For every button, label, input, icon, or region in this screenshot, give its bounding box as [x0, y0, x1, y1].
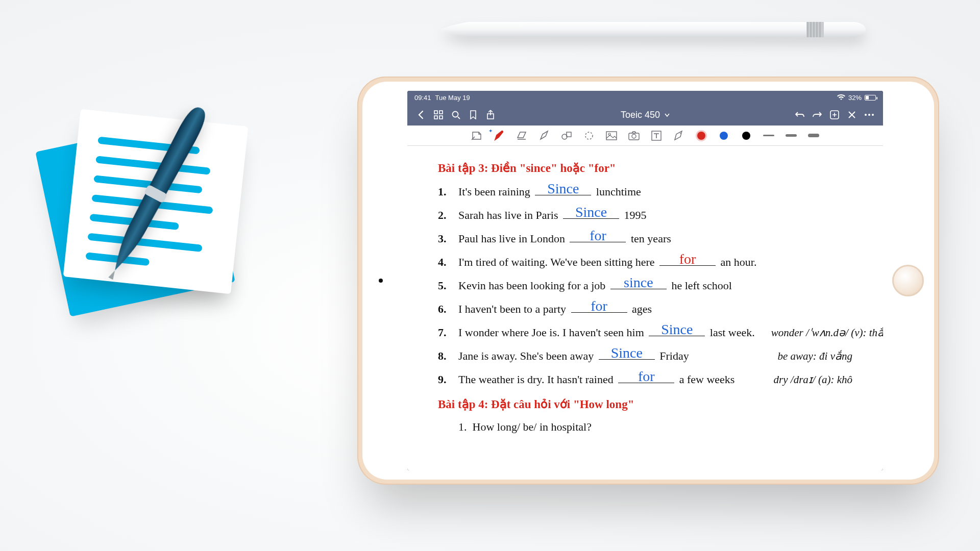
item-number: 7.	[438, 326, 451, 339]
stroke-med[interactable]	[786, 130, 797, 141]
close-button[interactable]	[843, 106, 861, 123]
bookmark-icon[interactable]	[464, 106, 482, 123]
svg-rect-4	[813, 22, 815, 37]
fill-blank[interactable]: since	[610, 278, 667, 289]
item-number: 4.	[438, 256, 451, 269]
color-black[interactable]	[741, 130, 752, 141]
handwritten-answer: Since	[575, 204, 607, 220]
camera-tool-icon[interactable]	[628, 130, 640, 141]
pen-tool-icon[interactable]: ✦	[494, 130, 505, 141]
exercise-3-item: 5.Kevin has been looking for a job since…	[438, 278, 852, 292]
exercise-3-item: 2.Sarah has live in Paris Since 1995	[438, 208, 852, 222]
fill-blank[interactable]: Since	[599, 348, 655, 360]
battery-icon	[865, 95, 876, 101]
ipad-device: 09:41 Tue May 19 32%	[357, 77, 939, 485]
gloss-note: be away: đi vắng	[768, 350, 852, 363]
redo-button[interactable]	[808, 106, 826, 123]
fill-blank[interactable]: Since	[563, 208, 619, 219]
svg-rect-2	[807, 22, 808, 37]
item-sentence: Jane is away. She's been away Since Frid…	[458, 348, 689, 363]
item-number: 9.	[438, 373, 451, 386]
item-sentence: The weather is dry. It hasn't rained for…	[458, 372, 734, 386]
stroke-thin[interactable]	[763, 130, 774, 141]
item-number: 6.	[438, 303, 451, 316]
svg-rect-20	[606, 132, 617, 140]
fill-blank[interactable]: for	[618, 372, 674, 383]
item-sentence: It's been raining Since lunchtime	[458, 184, 641, 198]
eraser-tool-icon[interactable]	[516, 130, 527, 141]
svg-point-25	[680, 133, 681, 134]
grid-icon[interactable]	[430, 106, 447, 123]
exercise-3-item: 9.The weather is dry. It hasn't rained f…	[438, 372, 852, 386]
shapes-tool-icon[interactable]	[561, 130, 572, 141]
stroke-thick[interactable]	[808, 130, 819, 141]
svg-point-16	[872, 114, 874, 116]
item-number: 8.	[438, 349, 451, 363]
share-icon[interactable]	[482, 106, 499, 123]
title-bar: Toeic 450	[407, 104, 883, 126]
fill-blank[interactable]: for	[571, 302, 627, 313]
exercise-3-item: 3.Paul has live in London for ten years	[438, 231, 852, 245]
handwritten-answer: Since	[547, 181, 579, 197]
item-sentence: Kevin has been looking for a job since h…	[458, 278, 732, 292]
item-sentence: I'm tired of waiting. We've been sitting…	[458, 255, 756, 269]
svg-rect-1	[806, 22, 824, 37]
handwritten-answer: for	[590, 228, 606, 244]
svg-rect-8	[439, 111, 443, 114]
item-sentence: I wonder where Joe is. I haven't seen hi…	[458, 325, 755, 339]
exercise-3-item: 8.Jane is away. She's been away Since Fr…	[438, 348, 852, 363]
item-number: 2.	[438, 209, 451, 222]
svg-point-15	[868, 114, 870, 116]
apple-pencil-icon	[439, 18, 868, 41]
item-number: 5.	[438, 279, 451, 292]
document-canvas[interactable]: Bài tập 3: Điền "since" hoặc "for" 1.It'…	[407, 146, 883, 470]
battery-pct: 32%	[848, 94, 862, 102]
status-date: Tue May 19	[435, 94, 470, 102]
text-tool-icon[interactable]	[651, 130, 662, 141]
gloss-note: wonder /ˈwʌn.də/ (v): thắc mắc	[762, 327, 883, 339]
ipad-screen: 09:41 Tue May 19 32%	[407, 91, 883, 470]
svg-rect-3	[810, 22, 812, 37]
exercise-3-heading: Bài tập 3: Điền "since" hoặc "for"	[438, 161, 852, 175]
item-sentence: I haven't been to a party for ages	[458, 302, 652, 316]
svg-rect-9	[434, 116, 437, 119]
handwritten-answer: for	[591, 298, 607, 314]
chevron-down-icon	[665, 113, 670, 117]
item-number: 1.	[438, 185, 451, 198]
status-time: 09:41	[414, 94, 431, 102]
front-camera-icon	[379, 279, 383, 283]
wifi-icon	[837, 94, 845, 101]
undo-button[interactable]	[791, 106, 808, 123]
handwritten-answer: for	[679, 251, 696, 267]
fill-blank[interactable]: Since	[649, 325, 705, 336]
fill-blank[interactable]: for	[570, 231, 626, 242]
lasso-tool-icon[interactable]	[583, 130, 595, 141]
readonly-tool-icon[interactable]	[471, 130, 482, 141]
fill-blank[interactable]: Since	[535, 184, 591, 195]
color-red[interactable]	[696, 130, 707, 141]
exercise-4-heading: Bài tập 4: Đặt câu hỏi với "How long"	[438, 397, 852, 411]
home-button[interactable]	[892, 265, 924, 296]
handwritten-answer: for	[638, 368, 655, 385]
item-sentence: Sarah has live in Paris Since 1995	[458, 208, 647, 222]
ruler-tool-icon[interactable]	[673, 130, 684, 141]
svg-point-19	[585, 132, 593, 139]
status-bar: 09:41 Tue May 19 32%	[407, 91, 883, 104]
more-icon[interactable]	[861, 106, 878, 123]
exercise-3-item: 1.It's been raining Since lunchtime	[438, 184, 852, 198]
add-button[interactable]	[826, 106, 843, 123]
svg-rect-7	[434, 111, 437, 114]
svg-rect-6	[819, 22, 821, 37]
highlighter-tool-icon[interactable]	[538, 130, 550, 141]
search-icon[interactable]	[447, 106, 464, 123]
back-button[interactable]	[412, 106, 430, 123]
color-blue[interactable]	[718, 130, 729, 141]
svg-point-21	[608, 133, 610, 135]
tool-bar: ✦	[407, 126, 883, 146]
image-tool-icon[interactable]	[606, 130, 617, 141]
handwritten-answer: since	[624, 274, 653, 291]
svg-point-11	[453, 112, 458, 117]
handwritten-answer: Since	[661, 321, 693, 338]
exercise-3-item: 4.I'm tired of waiting. We've been sitti…	[438, 255, 852, 269]
fill-blank[interactable]: for	[659, 255, 716, 266]
